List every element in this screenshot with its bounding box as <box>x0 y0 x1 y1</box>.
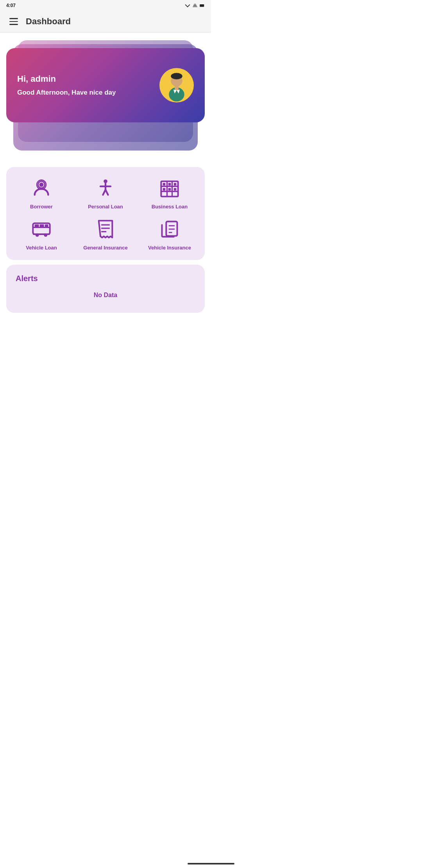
hero-text: Hi, admin Good Afternoon, Have nice day <box>17 74 116 97</box>
svg-rect-19 <box>163 183 166 186</box>
status-icons <box>184 3 205 8</box>
alerts-no-data: No Data <box>16 289 195 302</box>
menu-item-personal-loan[interactable]: Personal Loan <box>75 176 136 210</box>
alerts-section: Alerts No Data <box>6 265 205 313</box>
menu-item-business-loan[interactable]: Business Loan <box>139 176 200 210</box>
vehicle-insurance-icon <box>158 217 181 241</box>
borrower-label: Borrower <box>30 204 53 210</box>
svg-rect-4 <box>175 86 179 90</box>
menu-item-general-insurance[interactable]: General Insurance <box>75 217 136 251</box>
menu-grid: Borrower Personal Loan <box>11 176 200 251</box>
svg-point-2 <box>171 73 182 79</box>
hamburger-menu-button[interactable] <box>8 16 20 27</box>
borrower-icon <box>30 176 53 200</box>
svg-rect-24 <box>174 188 177 191</box>
status-bar: 4:07 <box>0 0 211 11</box>
vehicle-loan-label: Vehicle Loan <box>26 245 57 251</box>
personal-loan-label: Personal Loan <box>88 204 123 210</box>
hero-section: Hi, admin Good Afternoon, Have nice day <box>0 32 211 161</box>
personal-loan-icon <box>94 176 117 200</box>
svg-rect-20 <box>168 183 171 186</box>
svg-rect-27 <box>35 224 39 227</box>
alerts-title: Alerts <box>16 274 195 283</box>
svg-point-8 <box>39 183 44 187</box>
hero-card-main: Hi, admin Good Afternoon, Have nice day <box>6 48 205 122</box>
avatar <box>159 68 194 102</box>
svg-rect-29 <box>45 224 48 227</box>
business-loan-label: Business Loan <box>152 204 188 210</box>
hero-greeting: Hi, admin <box>17 74 116 84</box>
svg-rect-0 <box>200 4 204 7</box>
hero-card-stack: Hi, admin Good Afternoon, Have nice day <box>6 40 205 158</box>
svg-rect-22 <box>163 188 166 191</box>
menu-item-borrower[interactable]: Borrower <box>11 176 72 210</box>
hero-subtext: Good Afternoon, Have nice day <box>17 89 116 97</box>
vehicle-insurance-label: Vehicle Insurance <box>148 245 191 251</box>
menu-section: Borrower Personal Loan <box>6 167 205 260</box>
status-time: 4:07 <box>6 3 16 8</box>
general-insurance-label: General Insurance <box>83 245 127 251</box>
business-loan-icon <box>158 176 181 200</box>
svg-line-13 <box>106 190 108 195</box>
app-header: Dashboard <box>0 11 211 32</box>
svg-rect-21 <box>174 183 177 186</box>
svg-rect-23 <box>168 188 171 191</box>
menu-item-vehicle-insurance[interactable]: Vehicle Insurance <box>139 217 200 251</box>
page-title: Dashboard <box>26 16 71 27</box>
menu-item-vehicle-loan[interactable]: Vehicle Loan <box>11 217 72 251</box>
general-insurance-icon <box>94 217 117 241</box>
svg-rect-28 <box>40 224 44 227</box>
vehicle-loan-icon <box>30 217 53 241</box>
avatar-image <box>161 70 193 102</box>
